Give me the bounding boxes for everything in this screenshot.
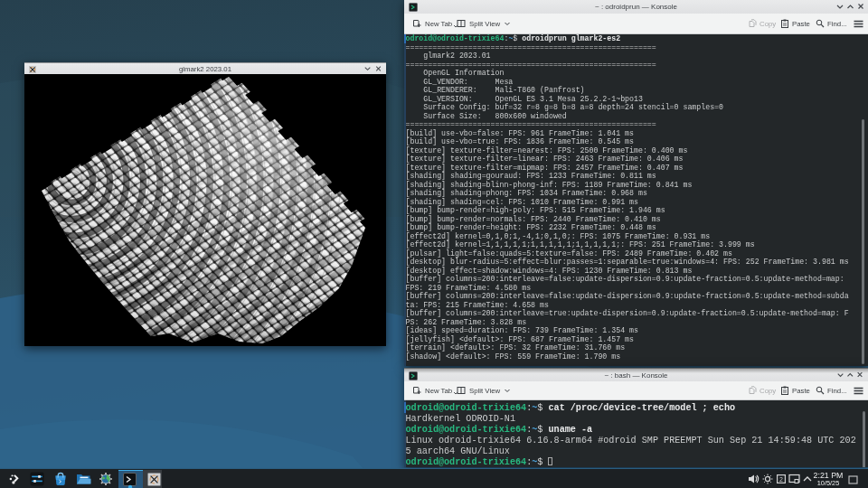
svg-text:2: 2: [779, 476, 783, 483]
